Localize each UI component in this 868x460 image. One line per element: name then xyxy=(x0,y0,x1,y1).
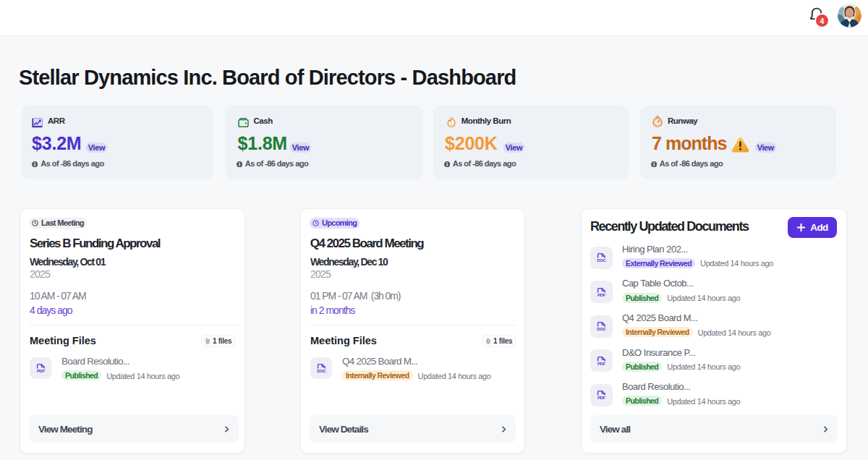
svg-text:PDF: PDF xyxy=(597,362,606,366)
svg-text:DOC: DOC xyxy=(597,328,606,332)
svg-text:DOC: DOC xyxy=(597,258,606,263)
svg-text:DOC: DOC xyxy=(317,369,326,373)
svg-text:PDF: PDF xyxy=(36,369,45,373)
svg-text:PDF: PDF xyxy=(597,293,606,297)
svg-text:PDF: PDF xyxy=(597,396,606,401)
